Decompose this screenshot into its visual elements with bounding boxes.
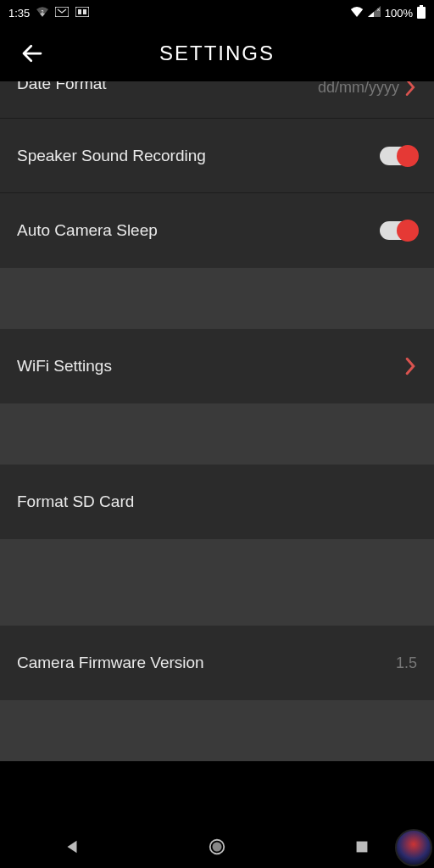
auto-sleep-toggle[interactable] (380, 221, 417, 240)
nav-home-button[interactable] (206, 836, 228, 858)
status-bar: 1:35 ? x 100% (0, 0, 434, 25)
cell-signal-icon: x (368, 6, 381, 19)
android-nav-bar (0, 826, 434, 868)
svg-text:x: x (377, 7, 380, 12)
svg-rect-2 (75, 7, 89, 17)
svg-rect-1 (55, 7, 69, 17)
section-spacer (0, 700, 434, 761)
circle-home-icon (208, 837, 226, 856)
date-format-value-wrap: dd/mm/yyyy (318, 81, 417, 98)
toggle-knob-icon (397, 220, 419, 242)
app-icon-1 (55, 7, 69, 19)
battery-icon (417, 5, 426, 21)
toggle-knob-icon (397, 145, 419, 167)
square-recent-icon (353, 837, 371, 856)
app-icon-2 (75, 7, 89, 19)
triangle-back-icon (63, 837, 81, 856)
arrow-left-icon (19, 41, 45, 66)
svg-point-9 (212, 843, 221, 852)
date-format-value: dd/mm/yyyy (318, 81, 399, 97)
section-spacer (0, 403, 434, 465)
row-date-format[interactable]: Date Format dd/mm/yyyy (0, 81, 434, 119)
settings-list: Date Format dd/mm/yyyy Speaker Sound Rec… (0, 81, 434, 761)
firmware-label: Camera Firmware Version (17, 654, 204, 672)
svg-rect-3 (78, 9, 81, 14)
status-right: x 100% (350, 5, 426, 21)
page-title: SETTINGS (0, 42, 434, 65)
chevron-right-icon (404, 355, 417, 377)
svg-rect-10 (356, 842, 367, 853)
wifi-weak-icon: ? (36, 7, 48, 19)
status-left: 1:35 ? (8, 7, 89, 19)
row-firmware-version: Camera Firmware Version 1.5 (0, 626, 434, 700)
section-spacer (0, 268, 434, 329)
format-sd-label: Format SD Card (17, 492, 134, 511)
back-button[interactable] (15, 36, 49, 70)
chevron-right-icon (404, 81, 417, 98)
wifi-settings-label: WiFi Settings (17, 357, 112, 376)
row-wifi-settings[interactable]: WiFi Settings (0, 329, 434, 403)
firmware-value: 1.5 (396, 654, 417, 672)
speaker-recording-label: Speaker Sound Recording (17, 147, 206, 165)
row-format-sd[interactable]: Format SD Card (0, 465, 434, 539)
status-time: 1:35 (8, 7, 30, 19)
row-auto-sleep[interactable]: Auto Camera Sleep (0, 193, 434, 268)
svg-rect-4 (83, 9, 86, 14)
nav-back-button[interactable] (61, 836, 83, 858)
date-format-label: Date Format (17, 81, 107, 93)
app-header: SETTINGS (0, 25, 434, 81)
speaker-recording-toggle[interactable] (380, 147, 417, 165)
wifi-icon (350, 7, 364, 19)
svg-rect-6 (420, 5, 423, 7)
battery-percent: 100% (385, 7, 413, 19)
nav-recent-button[interactable] (351, 836, 373, 858)
watermark-badge (395, 829, 432, 866)
auto-sleep-label: Auto Camera Sleep (17, 221, 158, 240)
svg-text:?: ? (42, 9, 44, 14)
row-speaker-recording[interactable]: Speaker Sound Recording (0, 119, 434, 193)
section-spacer (0, 539, 434, 626)
svg-rect-7 (417, 7, 426, 19)
